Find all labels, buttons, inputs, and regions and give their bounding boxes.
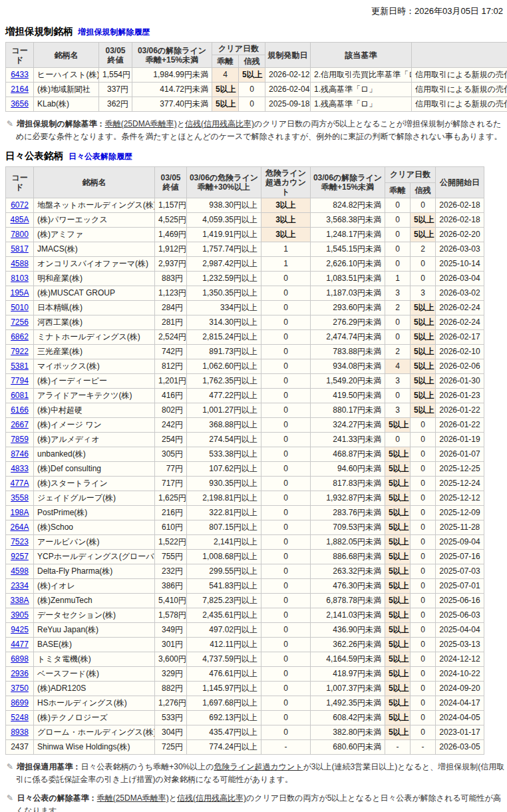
stock-code-link[interactable]: 8746: [11, 449, 29, 459]
stock-code-link[interactable]: 6862: [11, 332, 29, 341]
daily-disclosure-history-link[interactable]: 日々公表解除履歴: [69, 152, 132, 161]
stock-code-link[interactable]: 5817: [11, 244, 29, 254]
stock-code-link[interactable]: 2936: [11, 669, 29, 678]
disclosure-start-cell: 2025-03-13: [436, 638, 484, 652]
danger-count-cell: 0: [261, 667, 311, 682]
stock-code-link[interactable]: 3656: [11, 99, 29, 108]
glossary-link[interactable]: 乖離(25DMA乖離率): [97, 793, 169, 803]
danger-count-cell: 0: [261, 403, 311, 418]
stock-code-link[interactable]: 6166: [11, 405, 29, 415]
disclosure-start-cell: 2026-02-24: [436, 301, 484, 315]
code-cell: 9257: [6, 550, 34, 564]
close-price-cell: 5,410円: [155, 594, 187, 608]
stock-code-link[interactable]: 2164: [11, 85, 29, 94]
stock-code-link[interactable]: 477A: [10, 479, 29, 488]
stock-code-link[interactable]: 2334: [11, 581, 29, 590]
kairi-days-cell: 5以上: [385, 477, 411, 491]
stock-code-link[interactable]: 3558: [11, 493, 29, 503]
header-shinzan: 信残: [239, 55, 265, 68]
stock-code-link[interactable]: 4598: [11, 566, 29, 576]
action-cell: 信用取引による新規の売付け: [412, 83, 507, 97]
stock-code-link[interactable]: 8938: [11, 727, 29, 737]
stock-code-link[interactable]: 9257: [11, 552, 29, 561]
stock-code-link[interactable]: 3750: [11, 684, 29, 693]
danger-count-cell: 1: [261, 242, 311, 257]
disclosure-start-cell: 2024-10-22: [436, 667, 484, 682]
glossary-link[interactable]: 危険ライン超過カウント: [214, 762, 303, 771]
shinzan-days-cell: 0: [411, 564, 436, 579]
stock-code-link[interactable]: 7922: [11, 347, 29, 356]
table-row: 5381マイポックス(株)812円1,062.60円以上0934.08円未満45…: [6, 359, 484, 374]
section-title-margin-regulation: 増担保規制銘柄 増担保規制解除履歴: [5, 25, 507, 38]
release-line-cell: 324.27円未満: [311, 418, 385, 433]
kairi-days-cell: 1: [385, 272, 411, 286]
regulation-date-cell: 2026-02-12: [265, 68, 311, 83]
stock-code-link[interactable]: 4477: [11, 640, 29, 649]
kairi-days-cell: 3: [385, 286, 411, 301]
stock-code-link[interactable]: 9425: [11, 625, 29, 634]
stock-code-link[interactable]: 338A: [10, 596, 29, 605]
close-price-cell: 742円: [155, 345, 187, 359]
margin-regulation-table: コード 銘柄名 03/05終値 03/06の解除ライン乖離+15%未満 クリア日…: [5, 42, 507, 112]
stock-code-link[interactable]: 7794: [11, 376, 29, 385]
stock-code-link[interactable]: 7256: [11, 317, 29, 327]
danger-count-cell: 3以上: [261, 198, 311, 213]
close-price-cell: 1,912円: [155, 242, 187, 257]
stock-code-link[interactable]: 5248: [11, 713, 29, 722]
basis-cell: 1.残高基準「ロ」: [311, 97, 412, 112]
stock-code-link[interactable]: 2667: [11, 420, 29, 429]
code-cell: 6433: [6, 68, 34, 83]
stock-name-cell: HSホールディングス(株): [34, 696, 155, 711]
code-cell: 3558: [6, 491, 34, 506]
stock-code-link[interactable]: 7523: [11, 537, 29, 546]
shinzan-days-cell: 0: [411, 257, 436, 272]
shinzan-days-cell: 5以上: [411, 403, 436, 418]
stock-code-link[interactable]: 195A: [10, 288, 29, 298]
margin-release-note: ✎ 増担保規制の解除基準：乖離(25DMA乖離率)と信残(信用残高比率)のクリア…: [5, 118, 507, 143]
glossary-link[interactable]: 乖離(25DMA乖離率): [105, 119, 177, 128]
regulation-date-cell: 2025-09-18: [265, 97, 311, 112]
disclosure-start-cell: 2024-04-05: [436, 711, 484, 725]
stock-code-link[interactable]: 4588: [11, 259, 29, 268]
stock-code-link[interactable]: 4833: [11, 464, 29, 473]
release-line-cell: 934.08円未満: [311, 359, 385, 374]
glossary-link[interactable]: 信残(信用残高比率): [177, 793, 246, 803]
close-price-cell: 882円: [155, 682, 187, 696]
stock-code-link[interactable]: 485A: [10, 215, 29, 224]
kairi-days-cell: 5以上: [385, 667, 411, 682]
disclosure-start-cell: 2024-04-17: [436, 696, 484, 711]
shinzan-days-cell: 3: [411, 286, 436, 301]
stock-code-link[interactable]: 5381: [11, 361, 29, 371]
stock-code-link[interactable]: 5010: [11, 303, 29, 312]
stock-code-link[interactable]: 6898: [11, 654, 29, 664]
danger-line-cell: 476.61円以上: [187, 667, 261, 682]
code-cell: 3656: [6, 97, 34, 112]
stock-code-link[interactable]: 6072: [11, 200, 29, 210]
stock-code-link[interactable]: 8103: [11, 274, 29, 283]
code-cell: 477A: [6, 477, 34, 491]
stock-code-link[interactable]: 7859: [11, 435, 29, 444]
table-row: 2334(株)イオレ386円541.83円以上0476.30円未満5以上0202…: [6, 579, 484, 594]
stock-code-link[interactable]: 7800: [11, 230, 29, 239]
disclosure-start-cell: 2026-01-22: [436, 403, 484, 418]
close-price-cell: 3,600円: [155, 652, 187, 667]
stock-name-cell: アライドアーキテクツ(株): [34, 389, 155, 403]
margin-regulation-history-link[interactable]: 増担保規制解除履歴: [79, 27, 150, 37]
daily-disclosure-table: コード 銘柄名 03/05終値 03/06の危険ライン乖離+30%以上 危険ライ…: [5, 166, 484, 755]
stock-name-cell: 日本精蝋(株): [34, 301, 155, 315]
stock-code-link[interactable]: 264A: [10, 522, 29, 532]
stock-code-link[interactable]: 6433: [11, 70, 29, 79]
close-price-cell: 1,625円: [155, 491, 187, 506]
stock-code-link[interactable]: 6081: [11, 391, 29, 400]
disclosure-start-cell: 2025-10-14: [436, 257, 484, 272]
danger-line-cell: 1,232.59円以上: [187, 272, 261, 286]
stock-code-link[interactable]: 8699: [11, 698, 29, 708]
code-cell: 198A: [6, 506, 34, 520]
table-row: 4598Delta-Fly Pharma(株)232円299.55円以上0263…: [6, 564, 484, 579]
table-row: 3656KLab(株)362円377.40円未満5以上02025-09-181.…: [6, 97, 507, 112]
glossary-link[interactable]: 信残(信用残高比率): [185, 119, 254, 128]
stock-code-link[interactable]: 3905: [11, 610, 29, 620]
release-line-cell: 1,984.99円未満: [132, 68, 212, 83]
stock-code-link[interactable]: 198A: [10, 508, 29, 517]
code-cell: 4477: [6, 638, 34, 652]
